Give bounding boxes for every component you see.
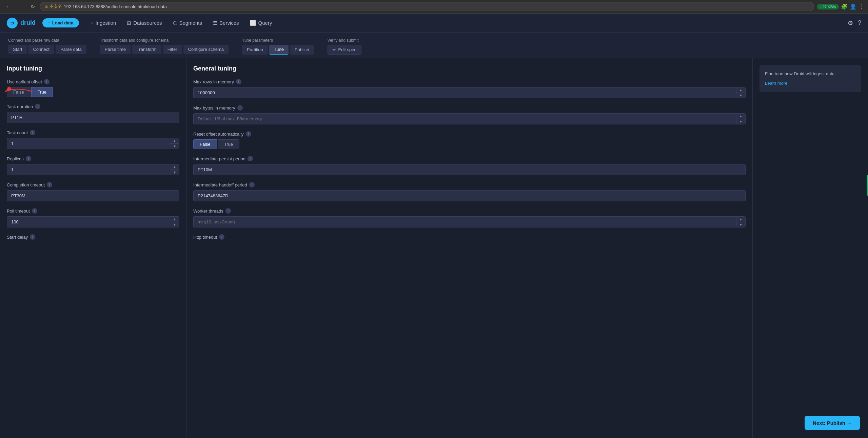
persist-period-info[interactable]: i <box>248 156 253 161</box>
help-icon[interactable]: ? <box>858 19 861 26</box>
max-rows-wrapper: ▲ ▼ <box>193 87 746 98</box>
completion-timeout-input[interactable] <box>7 190 179 201</box>
security-warning: ⚠ 不安全 <box>45 4 62 9</box>
task-count-down[interactable]: ▼ <box>170 144 179 149</box>
load-data-icon: ↑ <box>48 20 50 25</box>
use-earliest-offset-true[interactable]: True <box>31 87 53 97</box>
use-earliest-offset-toggle: False True <box>7 87 179 97</box>
worker-threads-down[interactable]: ▼ <box>736 222 745 227</box>
step-group-verify-label: Verify and submit <box>328 38 361 43</box>
task-count-info[interactable]: i <box>30 130 35 135</box>
poll-timeout-input[interactable] <box>7 216 170 227</box>
reset-offset-false[interactable]: False <box>193 139 217 149</box>
max-bytes-input[interactable] <box>193 113 736 124</box>
address-bar[interactable]: ⚠ 不安全 192.168.64.173:8888/unified-consol… <box>40 2 814 11</box>
left-panel: Input tuning Use earliest offset i False… <box>0 58 186 438</box>
task-count-label: Task count i <box>7 130 179 135</box>
replicas-up[interactable]: ▲ <box>170 164 179 170</box>
max-rows-info[interactable]: i <box>236 79 241 84</box>
datasources-icon: ⊞ <box>127 20 131 26</box>
menu-icon[interactable]: ⋮ <box>859 3 864 10</box>
start-delay-info[interactable]: i <box>30 234 35 240</box>
tab-parse-time[interactable]: Parse time <box>100 45 131 54</box>
load-data-button[interactable]: ↑ Load data <box>42 18 79 27</box>
max-bytes-down[interactable]: ▼ <box>736 119 745 124</box>
learn-more-link[interactable]: Learn more <box>765 81 787 86</box>
red-arrow-annotation <box>3 86 34 97</box>
nav-services[interactable]: ☰ Services <box>208 17 244 29</box>
replicas-info[interactable]: i <box>26 156 31 161</box>
tab-configure-schema[interactable]: Configure schema <box>183 45 229 54</box>
tab-filter[interactable]: Filter <box>163 45 182 54</box>
task-duration-input[interactable] <box>7 112 179 123</box>
druid-logo: ⊃ druid <box>7 18 36 28</box>
tab-transform[interactable]: Transform <box>132 45 161 54</box>
max-rows-up[interactable]: ▲ <box>736 87 745 93</box>
step-group-transform: Transform data and configure schema Pars… <box>100 38 229 55</box>
load-data-label: Load data <box>52 20 74 25</box>
nav-datasources[interactable]: ⊞ Datasources <box>122 17 166 29</box>
nav-query[interactable]: ⬜ Query <box>245 17 277 29</box>
use-earliest-offset-info[interactable]: i <box>44 79 50 84</box>
step-group-transform-label: Transform data and configure schema <box>100 38 229 43</box>
reset-offset-true[interactable]: True <box>218 139 239 149</box>
handoff-period-input[interactable] <box>193 190 746 201</box>
poll-timeout-label: Poll timeout i <box>7 208 179 214</box>
browser-actions: ↓ 97 KB/s 🧩 👤 ⋮ <box>817 3 864 10</box>
settings-icon[interactable]: ⚙ <box>848 19 853 27</box>
persist-period-label: Intermediate persist period i <box>193 156 746 161</box>
max-bytes-up[interactable]: ▲ <box>736 114 745 119</box>
max-rows-down[interactable]: ▼ <box>736 93 745 98</box>
nav-segments[interactable]: ⬡ Segments <box>168 17 207 29</box>
tab-start[interactable]: Start <box>8 45 27 54</box>
forward-button[interactable]: → <box>16 3 26 11</box>
poll-timeout-up[interactable]: ▲ <box>170 217 179 222</box>
completion-timeout-info[interactable]: i <box>47 182 52 187</box>
tab-publish[interactable]: Publish <box>290 45 314 55</box>
poll-timeout-info[interactable]: i <box>32 208 37 214</box>
step-group-verify: Verify and submit ✏ Edit spec <box>328 38 361 55</box>
replicas-wrapper: ▲ ▼ <box>7 164 179 175</box>
services-icon: ☰ <box>213 20 217 26</box>
form-group-handoff-period: Intermediate handoff period i <box>193 182 746 201</box>
tab-tune[interactable]: Tune <box>269 45 289 55</box>
tab-partition[interactable]: Partition <box>242 45 268 55</box>
replicas-input[interactable] <box>7 164 170 175</box>
http-timeout-info[interactable]: i <box>219 234 224 240</box>
poll-timeout-down[interactable]: ▼ <box>170 222 179 227</box>
url-text: 192.168.64.173:8888/unified-console.html… <box>64 4 167 9</box>
edit-spec-label: Edit spec <box>338 47 356 52</box>
max-bytes-label: Max bytes in memory i <box>193 105 746 111</box>
profile-icon: 👤 <box>850 3 856 10</box>
max-bytes-info[interactable]: i <box>237 105 243 111</box>
handoff-period-info[interactable]: i <box>249 182 255 187</box>
edit-spec-button[interactable]: ✏ Edit spec <box>328 45 361 55</box>
nav-ingestion[interactable]: ≡ Ingestion <box>86 17 121 28</box>
max-rows-input[interactable] <box>193 87 736 98</box>
max-rows-label: Max rows in memory i <box>193 79 746 84</box>
poll-timeout-wrapper: ▲ ▼ <box>7 216 179 227</box>
reset-offset-info[interactable]: i <box>246 131 251 137</box>
hint-box: Fine tune how Druid will ingest data. Le… <box>760 65 861 92</box>
replicas-label: Replicas i <box>7 156 179 161</box>
form-group-max-bytes: Max bytes in memory i ▲ ▼ <box>193 105 746 124</box>
worker-threads-up[interactable]: ▲ <box>736 217 745 222</box>
task-count-wrapper: ▲ ▼ <box>7 138 179 149</box>
tab-connect[interactable]: Connect <box>28 45 54 54</box>
next-publish-label: Next: Publish → <box>813 420 852 426</box>
back-button[interactable]: ← <box>4 3 14 11</box>
task-count-up[interactable]: ▲ <box>170 138 179 143</box>
form-group-persist-period: Intermediate persist period i <box>193 156 746 175</box>
segments-label: Segments <box>179 20 202 26</box>
left-panel-title: Input tuning <box>7 65 179 72</box>
worker-threads-info[interactable]: i <box>225 208 231 214</box>
task-duration-info[interactable]: i <box>35 104 40 109</box>
next-publish-button[interactable]: Next: Publish → <box>805 416 860 430</box>
reload-button[interactable]: ↻ <box>28 3 37 11</box>
worker-threads-input[interactable] <box>193 216 736 227</box>
replicas-down[interactable]: ▼ <box>170 170 179 175</box>
persist-period-input[interactable] <box>193 164 746 175</box>
completion-timeout-label: Completion timeout i <box>7 182 179 187</box>
task-count-input[interactable] <box>7 138 170 149</box>
tab-parse-data[interactable]: Parse data <box>56 45 86 54</box>
